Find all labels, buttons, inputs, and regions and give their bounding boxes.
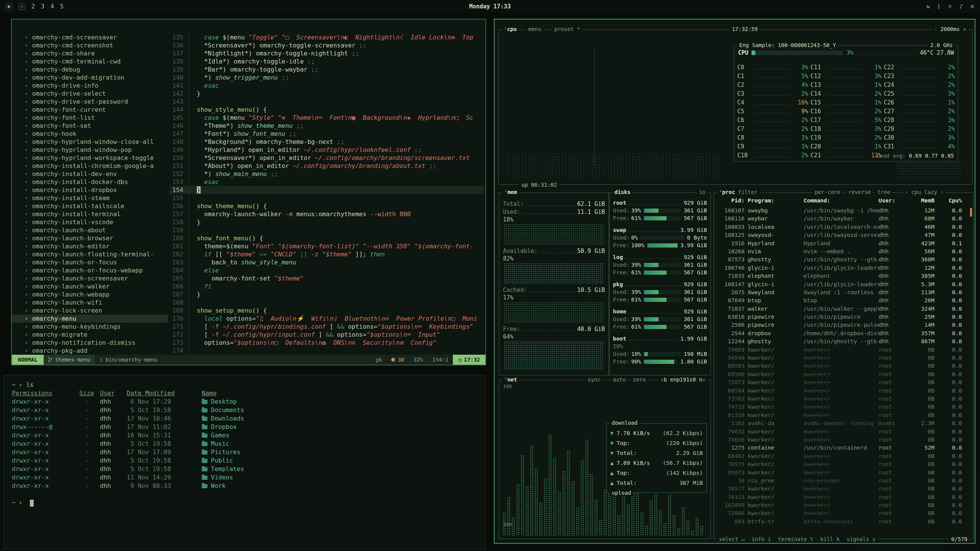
proc-action-select[interactable]: select ↵ bbox=[719, 536, 745, 542]
file-tree-item[interactable]: ∗omarchy-dev-add-migration bbox=[12, 73, 168, 82]
process-row[interactable]: 2506pipewire/usr/bin/pipewire-pulsedhh14… bbox=[714, 321, 968, 329]
process-row[interactable]: 73703kworker/kworker/root0B0.0 bbox=[714, 395, 968, 403]
file-tree[interactable]: ∗omarchy-cmd-screensaver∗omarchy-cmd-scr… bbox=[12, 33, 168, 354]
proc-scrollbar-thumb[interactable] bbox=[970, 208, 972, 217]
file-tree-item[interactable]: ∗omarchy-cmd-screenshot bbox=[12, 41, 168, 49]
filter-button[interactable]: filter bbox=[736, 189, 760, 195]
process-row[interactable]: 10268nvimnvim --embed .dhh56M0.0 bbox=[714, 248, 968, 256]
process-row[interactable]: 108147glycin-i/usr/lib/glycin-loadersdhh… bbox=[714, 280, 968, 289]
process-row[interactable]: 74869kworker/kworker/root0B0.0 bbox=[714, 346, 968, 354]
reverse-button[interactable]: reverse bbox=[846, 189, 873, 195]
sync-button[interactable]: sync bbox=[586, 377, 603, 383]
workspace-5[interactable]: 5 bbox=[60, 3, 64, 10]
process-row[interactable]: 76313kworker/kworker/root0B0.0 bbox=[714, 493, 968, 501]
process-row[interactable]: 63816pipewire/usr/bin/pipewiredhh25M0.0 bbox=[714, 313, 968, 321]
process-row[interactable]: 2544dropbox/home/dhh/.dropbox-distdhh357… bbox=[714, 329, 968, 337]
process-row[interactable]: 94540kworker/kworker/root0B0.0 bbox=[714, 354, 968, 362]
file-tree-item[interactable]: ∗omarchy-install-vscode bbox=[12, 218, 168, 226]
process-row[interactable]: 76575kworker/kworker/root0B0.0 bbox=[714, 460, 968, 468]
process-row[interactable]: 106746glycin-i/usr/lib/glycin-loadersdhh… bbox=[714, 264, 968, 272]
terminal-window[interactable]: ~›lsPermissionsSizeUserDate ModifiedName… bbox=[3, 375, 486, 549]
per-core-button[interactable]: per-core bbox=[813, 189, 842, 195]
file-tree-item[interactable]: ∗omarchy-launch-wifi bbox=[12, 298, 168, 306]
file-tree-item[interactable]: ∗omarchy-hook bbox=[12, 130, 168, 138]
code-area[interactable]: 135 case $(menu "Toggle" "▢ Screensaver\… bbox=[170, 33, 484, 354]
process-row[interactable]: 71837walker/usr/bin/walker --gappldhh324… bbox=[714, 305, 968, 313]
menu-button[interactable]: menu bbox=[526, 26, 543, 32]
power-icon[interactable]: ⊙ bbox=[970, 3, 974, 10]
file-tree-item[interactable]: ∗omarchy-drive-set-password bbox=[12, 98, 168, 106]
process-row[interactable]: 72088kworker/kworker/root0B0.0 bbox=[714, 509, 968, 517]
process-row[interactable]: 76577kworker/kworker/root0B0.0 bbox=[714, 485, 968, 493]
file-tree-item[interactable]: ∗omarchy-install-tailscale bbox=[12, 202, 168, 210]
process-table-header[interactable]: Pid:Program:Command:User:MemBCpu% bbox=[714, 197, 968, 205]
process-row[interactable]: 16rcu_preercu_preemptroot0B0.0 bbox=[714, 477, 968, 485]
file-tree-item[interactable]: ∗omarchy-launch-webapp bbox=[12, 290, 168, 298]
file-tree-item[interactable]: ∗omarchy-install-docker-dbs bbox=[12, 178, 168, 186]
process-row[interactable]: 81310kworker/kworker/root0B0.0 bbox=[714, 411, 968, 419]
file-tree-item[interactable]: ∗omarchy-install-terminal bbox=[12, 210, 168, 218]
file-tree-item[interactable]: ∗omarchy-pkg-add bbox=[12, 347, 168, 354]
file-tree-item[interactable]: ∗omarchy-font-set bbox=[12, 122, 168, 130]
file-tree-item[interactable]: ∗omarchy-launch-or-focus bbox=[12, 258, 168, 266]
io-mode-button[interactable]: io bbox=[697, 189, 707, 195]
network-icon[interactable]: ⌗ bbox=[948, 3, 951, 10]
process-row[interactable]: 68402kworker/kworker/root0B0.0 bbox=[714, 452, 968, 460]
workspace-2[interactable]: 2 bbox=[31, 3, 35, 10]
file-tree-item[interactable]: ∗omarchy-lock-screen bbox=[12, 306, 168, 315]
file-tree-item[interactable]: ∗omarchy-cmd-share bbox=[12, 49, 168, 57]
process-row[interactable]: 1162avahi-daavahi-daemon: running [avahi… bbox=[714, 419, 968, 427]
process-row[interactable]: 108033localsea/usr/lib/localsearch-exdhh… bbox=[714, 223, 968, 231]
process-row[interactable]: 68584kworker/kworker/root0B0.0 bbox=[714, 387, 968, 395]
bluetooth-icon[interactable]: ᛒ bbox=[937, 3, 941, 10]
process-row[interactable]: 95673kworker/kworker/root0B0.0 bbox=[714, 469, 968, 477]
file-tree-item[interactable]: ∗omarchy-launch-editor bbox=[12, 242, 168, 250]
file-tree-item[interactable]: ∗omarchy-font-list bbox=[12, 114, 168, 122]
volume-icon[interactable]: ♪ bbox=[959, 3, 963, 10]
screen-icon[interactable]: ▢ bbox=[18, 3, 25, 10]
process-row[interactable]: 102099kworker/kworker/root0B0.0 bbox=[714, 501, 968, 509]
file-tree-item[interactable]: ∗omarchy-migrate bbox=[12, 331, 168, 339]
process-row[interactable]: 71835elephantelephantdhh385M0.0 bbox=[714, 272, 968, 280]
process-row[interactable]: 108125swayosd-/usr/lib/swayosd-serverdhh… bbox=[714, 231, 968, 239]
auto-button[interactable]: auto bbox=[611, 377, 628, 383]
proc-action-terminate[interactable]: terminate t bbox=[778, 536, 813, 542]
screencast-icon[interactable]: ⇆ bbox=[926, 3, 929, 10]
file-tree-item[interactable]: ∗omarchy-font-current bbox=[12, 106, 168, 114]
workspace-3[interactable]: 3 bbox=[41, 3, 44, 10]
prompt-line[interactable]: ~› bbox=[12, 499, 477, 507]
file-tree-item[interactable]: ∗omarchy-debug bbox=[12, 65, 168, 73]
file-tree-item[interactable]: ∗omarchy-launch-browser bbox=[12, 234, 168, 242]
workspaces[interactable]: ▣▢2345 bbox=[0, 3, 64, 10]
file-tree-item[interactable]: ∗omarchy-launch-floating-terminal- bbox=[12, 250, 168, 258]
file-tree-item[interactable]: ∗omarchy-launch-about bbox=[12, 226, 168, 234]
process-row[interactable]: 1275containe/usr/bin/containerdroot52M0.… bbox=[714, 444, 968, 452]
process-row[interactable]: 108107swaybg/usr/bin/swaybg -i /homdhh12… bbox=[714, 207, 968, 215]
process-row[interactable]: 803btrfs-trbtrfs-transactiroot0B0.0 bbox=[714, 518, 968, 526]
file-tree-item[interactable]: ∗omarchy-launch-screensaver bbox=[12, 274, 168, 282]
process-row[interactable]: 1916HyprlandHyprlanddhh423M0.1 bbox=[714, 240, 968, 248]
file-tree-item[interactable]: ∗omarchy-cmd-screensaver bbox=[12, 33, 168, 41]
tree-button[interactable]: tree bbox=[875, 189, 892, 195]
process-row[interactable]: 108116waybar/usr/bin/waybardhh68M0.0 bbox=[714, 215, 968, 223]
file-tree-item[interactable]: ∗omarchy-install-dev-env bbox=[12, 170, 168, 178]
screenshot-icon[interactable]: ▣ bbox=[5, 3, 12, 10]
file-tree-item[interactable]: ∗omarchy-install-dropbox bbox=[12, 186, 168, 194]
file-tree-item[interactable]: ∗omarchy-menu bbox=[12, 315, 168, 323]
proc-action-signals[interactable]: signals s bbox=[846, 536, 875, 542]
zero-button[interactable]: zero bbox=[631, 377, 648, 383]
process-row[interactable]: 73656kworker/kworker/root0B0.0 bbox=[714, 436, 968, 444]
file-tree-item[interactable]: ∗omarchy-launch-walker bbox=[12, 282, 168, 290]
process-row[interactable]: 74733kworker/kworker/root0B0.0 bbox=[714, 403, 968, 411]
sort-mode-selector[interactable]: ‹ cpu lazy › bbox=[903, 189, 946, 195]
file-tree-item[interactable]: ∗omarchy-notification-dismiss bbox=[12, 339, 168, 347]
file-tree-item[interactable]: ∗omarchy-install-chromium-google-a bbox=[12, 162, 168, 170]
process-row[interactable]: 72073kworker/kworker/root0B0.0 bbox=[714, 378, 968, 386]
process-row[interactable]: 87649btopbtopdhh26M0.0 bbox=[714, 297, 968, 305]
file-tree-item[interactable]: ∗omarchy-hyprland-window-close-all bbox=[12, 138, 168, 146]
file-tree-item[interactable]: ∗omarchy-install-steam bbox=[12, 194, 168, 202]
workspace-4[interactable]: 4 bbox=[51, 3, 54, 10]
update-interval[interactable]: - 2000ms + bbox=[932, 26, 968, 32]
process-row[interactable]: 2075XwaylandXwayland :1 -rootless -dhh11… bbox=[714, 289, 968, 297]
process-row[interactable]: 12244ghostty/usr/bin/ghostty --gtk-dhh86… bbox=[714, 337, 968, 346]
